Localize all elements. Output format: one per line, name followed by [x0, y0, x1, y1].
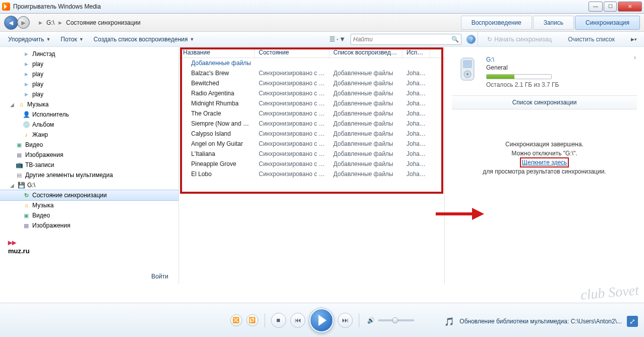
collapse-icon[interactable]: ◢: [10, 183, 15, 188]
watermark: club Sovet: [580, 282, 639, 303]
shuffle-button[interactable]: 🔀: [230, 314, 242, 326]
sidebar-item-playlist[interactable]: Линстэд: [0, 49, 179, 59]
muzru-logo[interactable]: ▸▸ muz.ru: [8, 238, 179, 255]
cell-artist: Johan...: [402, 120, 430, 128]
cell-playlist: Добавленные файлы: [329, 69, 402, 77]
playlist-icon: [22, 70, 30, 78]
playlist-icon: [22, 50, 30, 58]
capacity-text: Осталось 2.1 ГБ из 3.7 ГБ: [486, 81, 637, 88]
genre-icon: [22, 131, 30, 139]
clear-list-button[interactable]: Очистить список: [565, 34, 618, 45]
create-playlist-button[interactable]: Создать список воспроизведения ▼: [90, 34, 199, 45]
sidebar-item-other[interactable]: Другие элементы мультимедиа: [0, 170, 179, 180]
sync-status-icon: [22, 191, 30, 199]
list-row[interactable]: Calypso IslandСинхронизировано с у...Доб…: [179, 129, 444, 139]
cell-playlist: Добавленные файлы: [329, 130, 402, 138]
list-row[interactable]: Pineapple GroveСинхронизировано с у...До…: [179, 159, 444, 169]
minimize-button[interactable]: —: [589, 2, 603, 12]
person-icon: [22, 110, 30, 119]
back-button[interactable]: ◄: [4, 16, 18, 30]
list-row[interactable]: BewitchedСинхронизировано с у...Добавлен…: [179, 78, 444, 88]
repeat-button[interactable]: 🔁: [246, 314, 258, 326]
music-icon: [17, 100, 25, 108]
sidebar-item-album[interactable]: Альбом: [0, 120, 179, 130]
list-row[interactable]: L'ItalianaСинхронизировано с у...Добавле…: [179, 149, 444, 159]
cell-playlist: Добавленные файлы: [329, 109, 402, 118]
sidebar-item-artist[interactable]: Исполнитель: [0, 109, 179, 120]
cell-title: Radio Argentina: [179, 89, 255, 97]
chevron-down-icon: ▶▾: [631, 37, 637, 42]
list-row[interactable]: Siempre (Now and Fore...Синхронизировано…: [179, 119, 444, 129]
breadcrumb-location[interactable]: Состояние синхронизации: [66, 19, 141, 26]
app-icon: [2, 3, 10, 11]
sidebar-item-drive-video[interactable]: Видео: [0, 210, 179, 220]
sidebar-item-tv[interactable]: ТВ-записи: [0, 160, 179, 170]
sidebar-item-images[interactable]: Изображения: [0, 150, 179, 160]
list-row[interactable]: The OracleСинхронизировано с у...Добавле…: [179, 108, 444, 119]
cell-title: Midnight Rhumba: [179, 99, 255, 107]
click-here-link[interactable]: Щелкните здесь: [520, 157, 569, 167]
collapse-icon[interactable]: ◢: [10, 102, 15, 107]
forward-button[interactable]: ►: [17, 16, 30, 29]
list-row[interactable]: Midnight RhumbaСинхронизировано с у...До…: [179, 98, 444, 108]
start-sync-button: ↻Начать синхронизац: [484, 34, 555, 45]
view-mode-button[interactable]: ☰▪ ▼: [329, 35, 345, 43]
previous-button[interactable]: ⏮: [290, 313, 305, 328]
tab-sync[interactable]: Синхронизация: [575, 16, 640, 30]
sidebar-item-drive[interactable]: ◢G:\: [0, 180, 179, 190]
cell-title: Calypso Island: [179, 130, 255, 138]
sidebar-item-playlist[interactable]: play: [0, 59, 179, 69]
breadcrumb-drive[interactable]: G:\: [46, 19, 54, 26]
search-icon[interactable]: 🔍: [451, 36, 459, 43]
video-icon: [22, 211, 30, 219]
play-button[interactable]: [309, 308, 333, 332]
sidebar-item-sync-status[interactable]: Состояние синхронизации: [0, 190, 179, 201]
volume-icon[interactable]: 🔊: [367, 317, 375, 324]
breadcrumb[interactable]: ▶ G:\ ▶ Состояние синхронизации: [39, 19, 141, 26]
next-device-button[interactable]: ›: [634, 54, 636, 61]
volume-slider[interactable]: [378, 319, 414, 321]
login-link[interactable]: Войти: [151, 273, 168, 280]
cell-artist: Johan...: [402, 99, 430, 107]
tab-record[interactable]: Запись: [533, 16, 574, 30]
switch-view-button[interactable]: ⤢: [627, 316, 638, 327]
chevron-down-icon: ▼: [46, 37, 50, 42]
music-icon: [22, 201, 30, 209]
image-icon: [15, 151, 23, 159]
maximize-button[interactable]: ☐: [604, 2, 617, 12]
column-playlist[interactable]: Список воспроизведен...: [329, 47, 402, 58]
column-title[interactable]: Название: [179, 47, 255, 58]
column-artist[interactable]: Испол...: [402, 47, 430, 58]
next-button[interactable]: ⏭: [337, 313, 353, 328]
tab-play[interactable]: Воспроизведение: [461, 16, 532, 30]
list-row[interactable]: Balzac's BrewСинхронизировано с у...Доба…: [179, 68, 444, 78]
sidebar-item-playlist[interactable]: play: [0, 89, 179, 99]
stop-button[interactable]: ■: [271, 313, 286, 328]
cell-artist: Johan...: [402, 170, 430, 178]
sidebar-item-drive-music[interactable]: Музыка: [0, 200, 179, 210]
sidebar-item-video[interactable]: Видео: [0, 140, 179, 150]
sidebar-item-playlist[interactable]: play: [0, 69, 179, 79]
search-field[interactable]: [353, 36, 451, 43]
device-drive-link[interactable]: G:\: [486, 56, 637, 63]
cell-title: L'Italiana: [179, 150, 255, 158]
svg-point-3: [466, 73, 469, 75]
sync-options-button[interactable]: ▶▾: [628, 35, 640, 44]
sidebar-item-music[interactable]: ◢Музыка: [0, 99, 179, 109]
organize-button[interactable]: Упорядочить ▼: [4, 34, 54, 45]
sidebar-item-genre[interactable]: Жанр: [0, 130, 179, 140]
list-row[interactable]: Angel on My GuitarСинхронизировано с у..…: [179, 139, 444, 149]
help-button[interactable]: ?: [466, 35, 476, 44]
close-button[interactable]: ✕: [618, 2, 642, 12]
playlist-icon: [22, 90, 30, 98]
cell-status: Синхронизировано с у...: [255, 109, 329, 118]
list-row[interactable]: Radio ArgentinaСинхронизировано с у...До…: [179, 88, 444, 98]
list-row[interactable]: El LoboСинхронизировано с у...Добавленны…: [179, 169, 444, 179]
sidebar-item-drive-images[interactable]: Изображения: [0, 220, 179, 231]
sidebar-item-playlist[interactable]: play: [0, 79, 179, 89]
search-input[interactable]: 🔍: [350, 34, 461, 45]
window-title: Проигрыватель Windows Media: [13, 3, 588, 10]
column-status[interactable]: Состояние: [255, 47, 329, 58]
stream-button[interactable]: Поток ▼: [56, 34, 87, 45]
group-header[interactable]: Добавленные файлы: [179, 58, 444, 68]
